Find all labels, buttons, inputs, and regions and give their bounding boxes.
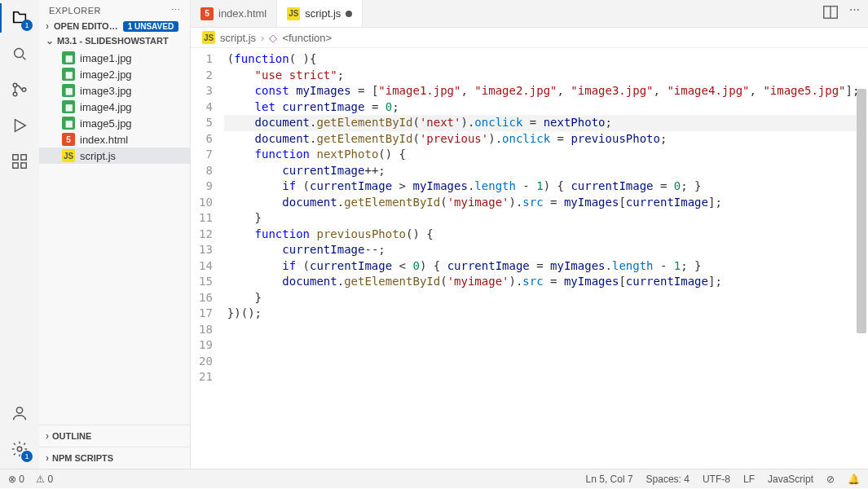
explorer-badge: 1: [21, 20, 33, 31]
svg-point-9: [17, 447, 22, 452]
status-warnings[interactable]: ⚠ 0: [36, 474, 53, 485]
sidebar-more-icon[interactable]: ⋯: [171, 5, 181, 15]
file-item[interactable]: 5index.html: [39, 131, 190, 148]
svg-rect-7: [21, 163, 26, 168]
file-name: image5.jpg: [80, 117, 132, 130]
code-line[interactable]: currentImage++;: [224, 163, 860, 179]
code-line[interactable]: document.getElementById('myimage').src =…: [224, 274, 860, 290]
status-bar: ⊗ 0 ⚠ 0 Ln 5, Col 7 Spaces: 4 UTF-8 LF J…: [0, 469, 868, 488]
file-item[interactable]: ▦image5.jpg: [39, 115, 190, 131]
code-line[interactable]: const myImages = ["image1.jpg", "image2.…: [224, 83, 860, 99]
code-editor[interactable]: 123456789101112131415161718192021 (funct…: [191, 48, 868, 469]
code-line[interactable]: }: [224, 290, 860, 306]
code-line[interactable]: function nextPhoto() {: [224, 147, 860, 163]
explorer-icon[interactable]: 1: [8, 7, 31, 29]
breadcrumb-file: script.js: [220, 32, 256, 44]
tab-label: script.js: [305, 7, 341, 20]
project-name: M3.1 - SLIDESHOWSTART: [57, 36, 169, 46]
settings-icon[interactable]: 1: [8, 438, 31, 460]
code-line[interactable]: function previousPhoto() {: [224, 227, 860, 243]
unsaved-badge: 1 UNSAVED: [123, 21, 179, 32]
account-icon[interactable]: [8, 402, 31, 425]
file-name: image4.jpg: [80, 101, 132, 113]
editor-main: 5index.htmlJSscript.js ⋯ JS script.js › …: [191, 0, 868, 469]
code-line[interactable]: "use strict";: [224, 68, 860, 84]
svg-point-2: [13, 92, 17, 96]
breadcrumb-symbol: <function>: [282, 32, 332, 44]
svg-point-1: [13, 83, 17, 87]
breadcrumbs[interactable]: JS script.js › ◇ <function>: [191, 28, 868, 48]
code-line[interactable]: document.getElementById('myimage').src =…: [224, 195, 860, 211]
code-line[interactable]: let currentImage = 0;: [224, 99, 860, 116]
svg-rect-4: [13, 155, 18, 160]
open-editors-label: OPEN EDITO…: [54, 21, 118, 31]
status-encoding[interactable]: UTF-8: [703, 474, 730, 485]
tab-label: index.html: [218, 7, 267, 20]
run-debug-icon[interactable]: [8, 114, 31, 137]
file-name: image3.jpg: [80, 85, 132, 97]
code-line[interactable]: (function( ){: [224, 51, 860, 68]
svg-rect-6: [13, 163, 18, 168]
settings-badge: 1: [21, 451, 33, 462]
file-name: index.html: [80, 134, 128, 146]
html-file-icon: 5: [200, 7, 214, 20]
file-item[interactable]: ▦image2.jpg: [39, 66, 190, 82]
file-item[interactable]: ▦image4.jpg: [39, 99, 190, 115]
file-tree: ▦image1.jpg▦image2.jpg▦image3.jpg▦image4…: [39, 50, 190, 425]
status-language[interactable]: JavaScript: [768, 474, 813, 485]
svg-point-3: [22, 88, 26, 92]
status-errors[interactable]: ⊗ 0: [8, 474, 24, 485]
code-line[interactable]: })();: [224, 306, 860, 322]
tab-index-html[interactable]: 5index.html: [191, 0, 277, 27]
code-line[interactable]: if (currentImage > myImages.length - 1) …: [224, 178, 860, 195]
sidebar: EXPLORER ⋯ › OPEN EDITO… 1 UNSAVED ⌄ M3.…: [39, 0, 191, 469]
status-eol[interactable]: LF: [743, 474, 755, 485]
html-file-icon: 5: [62, 133, 75, 146]
outline-section[interactable]: ›OUTLINE: [39, 425, 190, 447]
split-editor-icon[interactable]: [822, 3, 839, 24]
code-line[interactable]: currentImage--;: [224, 242, 860, 258]
code-area[interactable]: (function( ){ "use strict"; const myImag…: [224, 48, 860, 469]
dirty-indicator-icon: [346, 11, 352, 17]
img-file-icon: ▦: [62, 68, 75, 81]
project-section[interactable]: ⌄ M3.1 - SLIDESHOWSTART: [39, 32, 190, 50]
file-name: image2.jpg: [80, 68, 132, 81]
symbol-icon: ◇: [269, 32, 277, 44]
svg-point-0: [15, 49, 24, 58]
bell-icon[interactable]: 🔔: [848, 474, 860, 485]
open-editors-section[interactable]: › OPEN EDITO… 1 UNSAVED: [39, 20, 190, 32]
extensions-icon[interactable]: [8, 150, 31, 173]
file-item[interactable]: JSscript.js: [39, 148, 190, 164]
img-file-icon: ▦: [62, 117, 75, 130]
activity-bar: 1 1: [0, 0, 39, 469]
line-gutter: 123456789101112131415161718192021: [191, 48, 224, 469]
status-spaces[interactable]: Spaces: 4: [646, 474, 690, 485]
svg-point-8: [16, 408, 22, 413]
search-icon[interactable]: [8, 42, 31, 65]
tab-script-js[interactable]: JSscript.js: [277, 0, 363, 27]
img-file-icon: ▦: [62, 84, 75, 97]
tab-bar: 5index.htmlJSscript.js ⋯: [191, 0, 868, 28]
file-item[interactable]: ▦image3.jpg: [39, 82, 190, 99]
code-line[interactable]: }: [224, 210, 860, 227]
source-control-icon[interactable]: [8, 78, 31, 101]
feedback-icon[interactable]: ⊘: [826, 474, 835, 485]
status-position[interactable]: Ln 5, Col 7: [586, 474, 633, 485]
js-file-icon: JS: [62, 149, 75, 162]
code-line[interactable]: document.getElementById('previous').oncl…: [224, 131, 860, 148]
js-file-icon: JS: [202, 31, 215, 44]
file-name: image1.jpg: [80, 52, 132, 64]
svg-rect-5: [21, 155, 26, 160]
file-item[interactable]: ▦image1.jpg: [39, 50, 190, 66]
img-file-icon: ▦: [62, 100, 75, 113]
sidebar-title: EXPLORER: [49, 6, 101, 15]
code-line[interactable]: if (currentImage < 0) { currentImage = m…: [224, 258, 860, 275]
npm-scripts-section[interactable]: ›NPM SCRIPTS: [39, 447, 190, 469]
img-file-icon: ▦: [62, 51, 75, 64]
js-file-icon: JS: [287, 7, 300, 20]
tab-more-icon[interactable]: ⋯: [849, 3, 860, 24]
code-line[interactable]: document.getElementById('next').onclick …: [224, 115, 860, 131]
file-name: script.js: [80, 150, 116, 162]
